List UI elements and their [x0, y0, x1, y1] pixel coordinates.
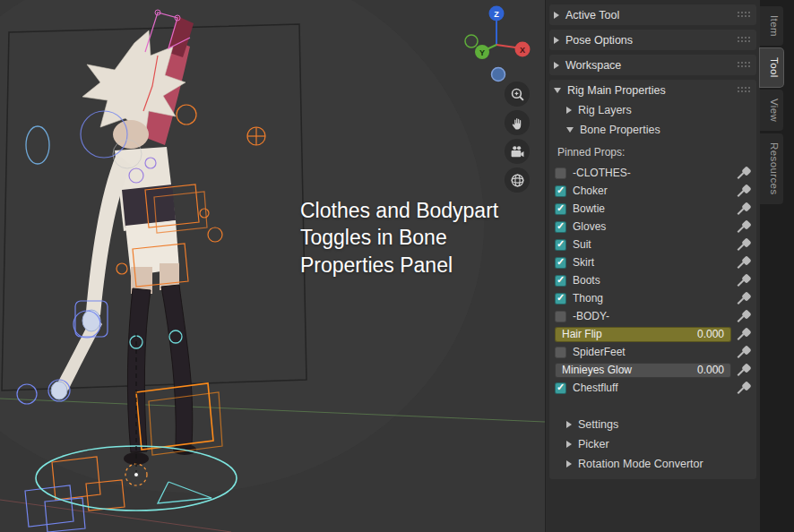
panel-pose-options: Pose Options	[549, 30, 756, 50]
axis-z-label: Z	[494, 10, 499, 19]
prop-row-chestfluff: Chestfluff	[553, 379, 752, 397]
checkbox-clothes[interactable]	[555, 167, 566, 179]
prop-row-suit: Suit	[553, 236, 752, 253]
chevron-right-icon	[554, 37, 559, 44]
camera-icon	[510, 144, 525, 159]
pan-hand-icon	[510, 116, 525, 131]
perspective-toggle-button[interactable]	[505, 167, 530, 193]
pin-icon[interactable]	[738, 381, 752, 395]
checkbox-gloves[interactable]	[555, 221, 566, 233]
prop-label: Boots	[573, 274, 600, 287]
prop-row-gloves: Gloves	[553, 218, 752, 236]
chevron-right-icon	[566, 441, 572, 448]
tab-tool[interactable]: Tool	[760, 48, 783, 87]
checkbox-suit[interactable]	[555, 239, 566, 251]
slider-value: 0.000	[697, 364, 724, 376]
checkbox-thong[interactable]	[555, 293, 566, 305]
panel-header-pose-options[interactable]: Pose Options	[549, 30, 756, 50]
checkbox-choker[interactable]	[555, 185, 566, 197]
panel-active-tool: Active Tool	[549, 4, 756, 25]
checkbox-body[interactable]	[555, 311, 566, 322]
drag-grip-icon[interactable]	[738, 12, 751, 18]
pin-icon[interactable]	[738, 363, 752, 377]
camera-view-button[interactable]	[505, 139, 530, 164]
pin-icon[interactable]	[738, 291, 752, 305]
pin-icon[interactable]	[738, 345, 752, 359]
prop-row-boots: Boots	[553, 271, 752, 289]
prop-row-minieyes-glow: Minieyes Glow 0.000	[553, 361, 752, 379]
sidebar-tab-strip: Item Tool View Resources	[760, 0, 794, 532]
prop-row-clothes: -CLOTHES-	[553, 164, 752, 182]
prop-label: -BODY-	[573, 310, 609, 322]
minieyes-glow-slider[interactable]: Minieyes Glow 0.000	[555, 363, 731, 378]
drag-grip-icon[interactable]	[738, 87, 751, 93]
zoom-icon	[510, 87, 525, 102]
chevron-right-icon	[554, 62, 559, 69]
prop-row-choker: Choker	[553, 182, 752, 200]
tab-resources[interactable]: Resources	[760, 133, 783, 204]
pin-icon[interactable]	[738, 184, 752, 198]
panel-header-workspace[interactable]: Workspace	[549, 55, 756, 75]
pan-button[interactable]	[505, 110, 530, 135]
axis-x-label: X	[520, 46, 525, 55]
tab-item[interactable]: Item	[760, 6, 783, 46]
panel-header-rotation-mode-convertor[interactable]: Rotation Mode Convertor	[562, 454, 756, 474]
pin-icon[interactable]	[738, 219, 752, 234]
pin-icon[interactable]	[738, 309, 752, 323]
pin-icon[interactable]	[738, 327, 752, 341]
checkbox-spiderfeet[interactable]	[555, 347, 566, 358]
prop-label: Suit	[573, 238, 591, 251]
pin-icon[interactable]	[738, 166, 752, 180]
panel-header-rig-main-properties[interactable]: Rig Main Properties	[549, 80, 756, 100]
panel-title: Settings	[578, 418, 618, 431]
pin-icon[interactable]	[738, 237, 752, 252]
prop-label: SpiderFeet	[573, 346, 626, 358]
bone-properties-body: Pinned Props: -CLOTHES- Choker Bowtie	[549, 140, 756, 400]
drag-grip-icon[interactable]	[738, 62, 751, 68]
checkbox-bowtie[interactable]	[555, 203, 566, 215]
slider-label: Minieyes Glow	[562, 364, 632, 376]
pin-icon[interactable]	[738, 273, 752, 287]
panel-header-active-tool[interactable]: Active Tool	[549, 4, 756, 25]
prop-label: Thong	[573, 292, 603, 305]
drag-grip-icon[interactable]	[738, 37, 751, 43]
panel-title: Bone Properties	[580, 124, 660, 136]
panel-title: Pose Options	[565, 34, 633, 47]
axis-neg-y-ball[interactable]	[465, 35, 478, 47]
prop-row-body: -BODY-	[553, 307, 752, 325]
3d-viewport[interactable]: Clothes and Bodypart Toggles in Bone Pro…	[0, 0, 545, 532]
panel-header-bone-properties[interactable]: Bone Properties	[562, 120, 756, 140]
prop-row-spiderfeet: SpiderFeet	[553, 343, 752, 361]
chevron-down-icon	[554, 88, 561, 93]
axis-neg-z-ball[interactable]	[492, 68, 505, 82]
overlay-caption: Clothes and Bodypart Toggles in Bone Pro…	[300, 197, 524, 279]
slider-value: 0.000	[697, 328, 724, 340]
pin-icon[interactable]	[738, 202, 752, 216]
tab-view[interactable]: View	[760, 90, 783, 131]
checkbox-boots[interactable]	[555, 275, 566, 287]
chevron-right-icon	[554, 12, 559, 19]
perspective-grid-icon	[510, 173, 525, 188]
panel-title: Picker	[578, 438, 609, 450]
prop-label: Chestfluff	[573, 382, 617, 394]
viewport-tool-buttons	[505, 82, 530, 193]
axis-gizmo[interactable]: Z X Y	[457, 2, 536, 84]
panel-header-rig-layers[interactable]: Rig Layers	[562, 100, 756, 120]
prop-row-hair-flip: Hair Flip 0.000	[553, 325, 752, 343]
hair-flip-slider[interactable]: Hair Flip 0.000	[555, 327, 731, 342]
zoom-button[interactable]	[505, 82, 530, 107]
panel-header-picker[interactable]: Picker	[562, 434, 756, 454]
panel-title: Rig Main Properties	[567, 84, 666, 97]
chevron-right-icon	[566, 107, 572, 114]
slider-label: Hair Flip	[562, 328, 602, 340]
pin-icon[interactable]	[738, 255, 752, 270]
prop-label: Choker	[573, 184, 608, 197]
panel-header-settings[interactable]: Settings	[562, 415, 756, 434]
prop-label: Gloves	[573, 220, 606, 233]
prop-label: Bowtie	[573, 202, 605, 215]
pinned-props-label: Pinned Props:	[557, 146, 752, 159]
checkbox-chestfluff[interactable]	[555, 382, 566, 394]
prop-label: Skirt	[573, 256, 594, 269]
chevron-down-icon	[566, 127, 574, 133]
checkbox-skirt[interactable]	[555, 257, 566, 269]
